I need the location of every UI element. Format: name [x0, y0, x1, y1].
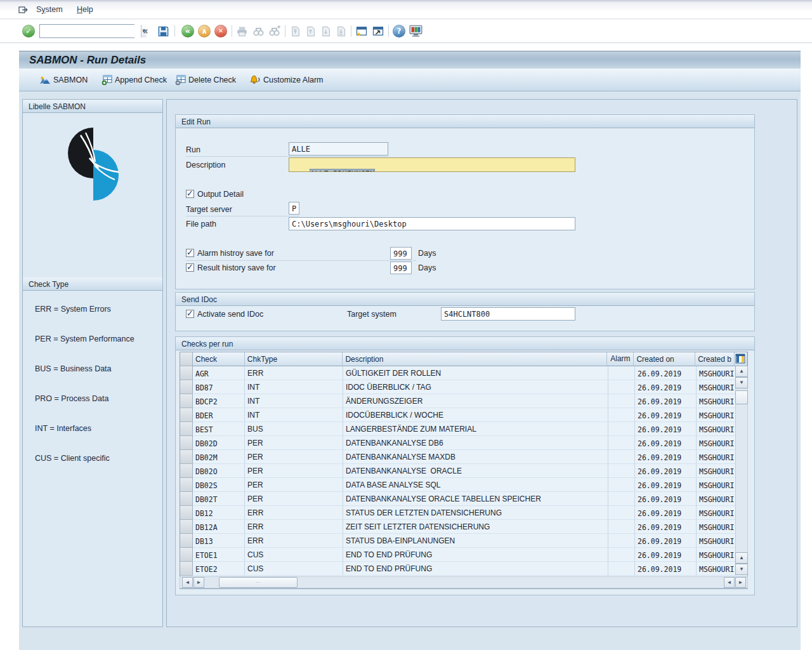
back-icon[interactable]: « [181, 25, 194, 37]
cell-created-on[interactable]: 26.09.2019 [635, 534, 697, 548]
cell-check[interactable]: ETOE2 [193, 562, 245, 576]
cell-created-by[interactable]: MSGHOURI [697, 506, 736, 520]
cell-created-on[interactable]: 26.09.2019 [635, 408, 697, 422]
cell-created-on[interactable]: 26.09.2019 [635, 478, 697, 492]
collapse-toolbar-icon[interactable]: « [142, 25, 148, 37]
cell-created-by[interactable]: MSGHOURI [697, 464, 736, 478]
cell-alarm[interactable]: ) [608, 520, 635, 534]
cell-alarm[interactable]: ) [608, 478, 635, 492]
help-icon[interactable]: ? [393, 25, 405, 37]
table-row[interactable]: DB02S PER DATA BASE ANALYSE SQL ) 26.09.… [180, 478, 747, 492]
cell-chktype[interactable]: ERR [245, 520, 343, 534]
sabmon-button[interactable]: SABMON [39, 73, 88, 87]
row-select-cell[interactable] [180, 408, 193, 422]
row-select-cell[interactable] [180, 366, 193, 380]
table-row[interactable]: AGR ERR GÜLTIGKEIT DER ROLLEN ) 26.09.20… [180, 366, 747, 380]
cell-check[interactable]: BDCP2 [193, 394, 245, 408]
scroll-down-icon[interactable]: ▼ [735, 377, 748, 388]
table-row[interactable]: DB02T PER DATENBANKANALYSE ORACLE TABELL… [180, 492, 747, 506]
customize-layout-icon[interactable] [409, 24, 422, 38]
cell-check[interactable]: DB12 [193, 506, 245, 520]
row-select-cell[interactable] [180, 534, 193, 548]
table-row[interactable]: DB02O PER DATENBANKANALYSE ORACLE ) 26.0… [180, 464, 747, 478]
save-icon[interactable] [157, 24, 169, 38]
vertical-scrollbar-thumb[interactable] [735, 390, 748, 404]
cell-chktype[interactable]: CUS [245, 548, 343, 562]
enter-icon[interactable]: ✓ [22, 25, 35, 37]
scroll-up-icon[interactable]: ▲ [735, 366, 748, 377]
target-system-field[interactable]: S4HCLNT800 [441, 307, 575, 321]
run-field[interactable]: ALLE [289, 142, 388, 156]
cell-description[interactable]: DATENBANKANALYSE ORACLE TABELLEN SPEICHE… [343, 492, 608, 506]
cell-created-by[interactable]: MSGHOURI [697, 436, 736, 450]
cell-alarm[interactable]: ) [608, 366, 635, 380]
cell-check[interactable]: BDER [193, 408, 245, 422]
append-check-button[interactable]: Append Check [102, 73, 167, 87]
table-row[interactable]: ETOE2 CUS END TO END PRÜFUNG ) 26.09.201… [180, 562, 747, 576]
row-select-cell[interactable] [180, 450, 193, 464]
table-row[interactable]: BDCP2 INT ÄNDERUNGSZEIGER ) 26.09.2019 M… [180, 394, 747, 408]
cell-description[interactable]: END TO END PRÜFUNG [343, 562, 608, 576]
cell-alarm[interactable]: ) [608, 562, 635, 576]
col-header-alarm[interactable]: Alarm [607, 352, 634, 366]
scroll-up-bottom-icon[interactable]: ▲ [735, 552, 748, 564]
cancel-icon[interactable]: ✕ [214, 25, 227, 37]
command-input[interactable] [40, 25, 141, 37]
file-path-field[interactable]: C:\Users\msghouri\Desktop [289, 217, 575, 230]
cell-created-on[interactable]: 26.09.2019 [635, 366, 697, 380]
cell-alarm[interactable]: ) [608, 450, 635, 464]
cell-chktype[interactable]: PER [245, 492, 343, 506]
horizontal-scrollbar-thumb[interactable]: ··· [219, 577, 298, 588]
cell-alarm[interactable]: ) [608, 548, 635, 562]
cell-chktype[interactable]: CUS [245, 562, 343, 576]
cell-chktype[interactable]: BUS [245, 422, 343, 436]
cell-chktype[interactable]: ERR [245, 366, 343, 380]
cell-alarm[interactable]: ) [608, 464, 635, 478]
cell-description[interactable]: DATENBANKANALYSE ORACLE [343, 464, 608, 478]
cell-created-by[interactable]: MSGHOURI [697, 422, 736, 436]
cell-check[interactable]: DB12A [193, 520, 245, 534]
table-row[interactable]: DB02D PER DATENBANKANALYSE DB6 ) 26.09.2… [180, 436, 747, 450]
scroll-left-right-pane-icon[interactable]: ◄ [724, 577, 735, 588]
col-header-created-by[interactable]: Created b [695, 352, 735, 366]
cell-description[interactable]: DATENBANKANALYSE MAXDB [343, 450, 608, 464]
cell-description[interactable]: STATUS DER LETZTEN DATENSICHERUNG [343, 506, 608, 520]
row-select-cell[interactable] [180, 562, 193, 576]
cell-description[interactable]: IDOCÜBERBLICK / WOCHE [343, 408, 608, 422]
result-history-checkbox[interactable] [186, 263, 194, 272]
cell-created-on[interactable]: 26.09.2019 [635, 548, 697, 562]
table-row[interactable]: BD87 INT IDOC ÜBERBLICK / TAG ) 26.09.20… [180, 380, 747, 394]
cell-created-on[interactable]: 26.09.2019 [635, 506, 697, 520]
activate-send-idoc-checkbox[interactable] [186, 310, 194, 318]
cell-created-on[interactable]: 26.09.2019 [635, 492, 697, 506]
target-server-field[interactable]: P [289, 202, 299, 215]
cell-created-on[interactable]: 26.09.2019 [635, 450, 697, 464]
table-row[interactable]: BEST BUS LANGERBESTÄNDE ZUM MATERIAL ) 2… [180, 422, 747, 436]
col-header-chktype[interactable]: ChkType [245, 352, 343, 366]
cell-created-by[interactable]: MSGHOURI [697, 478, 736, 492]
cell-description[interactable]: GÜLTIGKEIT DER ROLLEN [343, 366, 608, 380]
table-row[interactable]: DB12 ERR STATUS DER LETZTEN DATENSICHERU… [180, 506, 747, 520]
row-select-cell[interactable] [180, 464, 193, 478]
scroll-down-bottom-icon[interactable]: ▼ [735, 564, 748, 575]
cell-created-by[interactable]: MSGHOURI [697, 520, 736, 534]
cell-chktype[interactable]: INT [245, 380, 343, 394]
table-row[interactable]: BDER INT IDOCÜBERBLICK / WOCHE ) 26.09.2… [180, 408, 747, 422]
cell-created-by[interactable]: MSGHOURI [697, 534, 736, 548]
cell-created-by[interactable]: MSGHOURI [697, 408, 736, 422]
create-shortcut-icon[interactable] [372, 24, 384, 38]
cell-created-on[interactable]: 26.09.2019 [635, 436, 697, 450]
cell-description[interactable]: ZEIT SEIT LETZTER DATENSICHERUNG [343, 520, 608, 534]
cell-chktype[interactable]: INT [245, 394, 343, 408]
menu-system[interactable]: System [36, 5, 63, 14]
row-select-cell[interactable] [180, 380, 193, 394]
cell-description[interactable]: END TO END PRÜFUNG [343, 548, 608, 562]
col-header-created-on[interactable]: Created on [634, 352, 695, 366]
cell-alarm[interactable]: ) [608, 492, 635, 506]
cell-description[interactable]: DATENBANKANALYSE DB6 [343, 436, 608, 450]
table-settings-icon[interactable] [735, 352, 747, 366]
row-select-cell[interactable] [180, 422, 193, 436]
cell-chktype[interactable]: ERR [245, 534, 343, 548]
cell-description[interactable]: STATUS DBA-EINPLANUNGEN [343, 534, 608, 548]
cell-alarm[interactable]: ) [608, 506, 635, 520]
